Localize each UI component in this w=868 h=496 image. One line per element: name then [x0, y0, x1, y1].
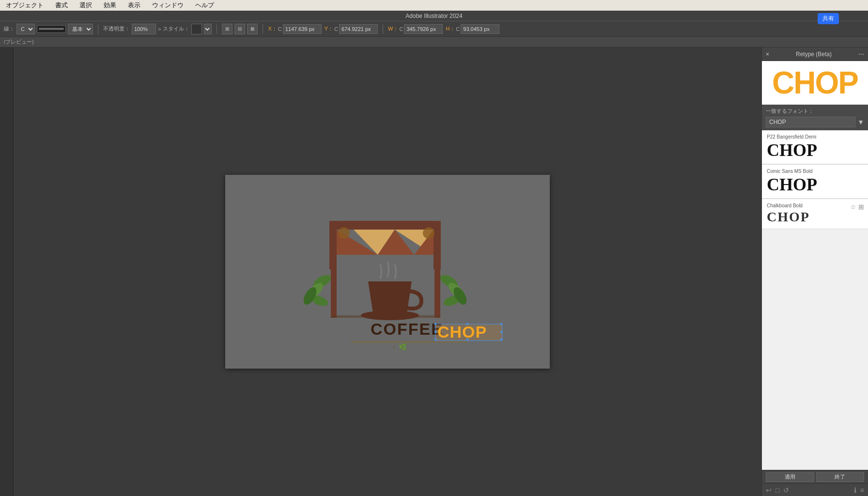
undo-icon[interactable]: ↩	[766, 486, 772, 494]
svg-text:→ 🌿: → 🌿	[390, 343, 407, 351]
w-input[interactable]	[404, 24, 443, 34]
h-label: H：	[446, 25, 455, 32]
menu-object[interactable]: オブジェクト	[4, 0, 46, 11]
w-coord-group: W： C	[388, 24, 443, 34]
svg-text:CHOP: CHOP	[437, 323, 487, 341]
svg-point-12	[423, 227, 434, 239]
opacity-group: 不透明度： > スタイル：	[103, 24, 212, 34]
y-input[interactable]	[339, 24, 378, 34]
stroke-line	[39, 28, 63, 30]
apply-button[interactable]: 適用	[766, 472, 814, 482]
svg-rect-32	[466, 323, 468, 325]
h-input[interactable]	[461, 24, 499, 34]
svg-rect-9	[331, 255, 337, 318]
panel-close-icon[interactable]: ×	[766, 51, 769, 58]
preview-chop-text: CHOP	[772, 65, 858, 101]
svg-text:COFFEE: COFFEE	[371, 320, 443, 338]
x-coord-group: X： C	[268, 24, 321, 34]
style-select[interactable]	[204, 24, 212, 34]
panel-title: Retype (Beta)	[796, 51, 832, 58]
menu-bar: オブジェクト 書式 選択 効果 表示 ウィンドウ ヘルプ	[0, 0, 868, 11]
artboard: COFFEE CHOP → 🌿	[225, 175, 550, 369]
retype-panel: × Retype (Beta) ⋯ CHOP 一致するフォント： ▼ P22 B…	[761, 47, 868, 496]
font-list: P22 Bangersfield Demi CHOP Comic Sans MS…	[762, 130, 868, 470]
svg-point-11	[338, 227, 350, 239]
opacity-arrow: >	[158, 26, 161, 32]
x-input[interactable]	[283, 24, 322, 34]
y-label: Y：	[325, 25, 333, 32]
y-icon: C	[334, 26, 338, 32]
font-apply-button[interactable]: ⊞	[858, 203, 864, 211]
menu-icon[interactable]: ≡	[860, 486, 864, 494]
y-coord-group: Y： C	[325, 24, 378, 34]
main-area: COFFEE CHOP → 🌿	[0, 47, 868, 496]
stroke-preview	[37, 25, 66, 33]
separator-1	[98, 24, 98, 34]
separator-3	[263, 24, 263, 34]
font-name-bangersfield: P22 Bangersfield Demi	[767, 134, 863, 140]
bottom-right-icons: ℹ ≡	[854, 486, 864, 494]
align-btn-1[interactable]: ⊞	[222, 24, 232, 34]
separator-2	[217, 24, 217, 34]
align-group: ⊞ ⊟ ⊠	[222, 24, 258, 34]
x-label: X：	[268, 25, 277, 32]
w-label: W：	[388, 25, 398, 32]
h-icon: C	[456, 26, 460, 32]
menu-font[interactable]: 書式	[53, 0, 70, 11]
opacity-input[interactable]	[132, 24, 156, 34]
left-toolpanel	[0, 47, 14, 496]
font-preview-box: CHOP	[762, 61, 868, 105]
square-icon[interactable]: □	[775, 486, 779, 494]
share-button[interactable]: 共有	[818, 13, 839, 24]
font-star-button[interactable]: ☆	[850, 203, 856, 211]
stroke-style-select[interactable]: 基本	[68, 24, 93, 34]
x-icon: C	[278, 26, 282, 32]
stroke-group: 線： C 基本	[4, 24, 93, 34]
svg-rect-10	[434, 255, 440, 318]
stroke-label: 線：	[4, 25, 15, 32]
svg-rect-1	[337, 221, 434, 230]
align-btn-2[interactable]: ⊟	[234, 24, 245, 34]
svg-point-22	[361, 310, 419, 320]
menu-view[interactable]: 表示	[126, 0, 142, 11]
style-label: スタイル：	[163, 25, 189, 32]
filter-button[interactable]: ▼	[857, 118, 864, 126]
font-item-chalkboard[interactable]: Chalkboard Bold ☆ ⊞ CHOP	[762, 199, 868, 229]
svg-rect-30	[434, 339, 436, 341]
canvas-area: COFFEE CHOP → 🌿	[14, 47, 761, 496]
svg-rect-33	[466, 339, 468, 341]
stroke-select[interactable]: C	[16, 24, 35, 34]
toolbar: 線： C 基本 不透明度： > スタイル： ⊞ ⊟ ⊠ X： C Y： C	[0, 21, 868, 37]
font-preview-chalkboard: CHOP	[767, 210, 863, 224]
svg-rect-28	[434, 323, 436, 325]
title-bar: Adobe Illustrator 2024 共有	[0, 11, 868, 21]
panel-expand-icon[interactable]: ⋯	[858, 51, 864, 58]
svg-rect-35	[500, 331, 502, 333]
menu-select[interactable]: 選択	[78, 0, 94, 11]
h-coord-group: H： C	[446, 24, 499, 34]
svg-rect-34	[434, 331, 436, 333]
style-preview	[191, 24, 202, 34]
panel-bottom-icons: ↩ □ ↺ ℹ ≡	[762, 483, 868, 496]
menu-window[interactable]: ウィンドウ	[150, 0, 186, 11]
align-btn-3[interactable]: ⊠	[247, 24, 258, 34]
opacity-label: 不透明度：	[103, 25, 130, 32]
sub-toolbar: /プレビュー)	[0, 37, 868, 47]
matching-fonts-label: 一致するフォント：	[762, 105, 868, 116]
font-item-comic[interactable]: Comic Sans MS Bold CHOP	[762, 165, 868, 199]
font-search-input[interactable]	[766, 117, 855, 127]
reset-icon[interactable]: ↺	[783, 486, 789, 494]
font-item-actions: ☆ ⊞	[850, 203, 864, 211]
font-preview-bangersfield: CHOP	[767, 141, 863, 159]
w-icon: C	[399, 26, 403, 32]
menu-effect[interactable]: 効果	[102, 0, 118, 11]
menu-help[interactable]: ヘルプ	[193, 0, 216, 11]
panel-header: × Retype (Beta) ⋯	[762, 47, 868, 61]
info-icon[interactable]: ℹ	[854, 486, 856, 494]
font-name-chalkboard: Chalkboard Bold	[767, 203, 863, 208]
font-preview-comic: CHOP	[767, 176, 863, 193]
font-item-bangersfield[interactable]: P22 Bangersfield Demi CHOP	[762, 130, 868, 164]
font-name-comic: Comic Sans MS Bold	[767, 169, 863, 174]
font-search-row: ▼	[762, 116, 868, 130]
close-button[interactable]: 終了	[816, 472, 865, 482]
